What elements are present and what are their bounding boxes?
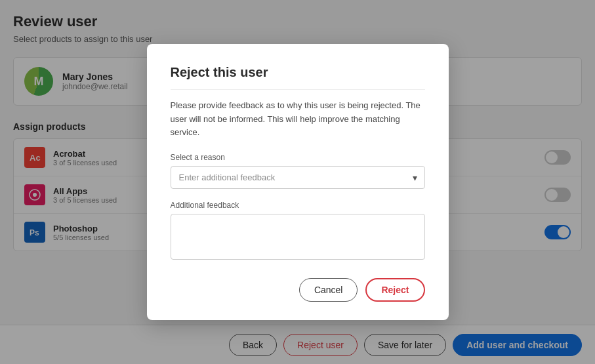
modal-title: Reject this user xyxy=(171,65,425,90)
feedback-label: Additional feedback xyxy=(171,201,425,210)
cancel-button[interactable]: Cancel xyxy=(299,278,358,302)
reject-button[interactable]: Reject xyxy=(365,278,424,302)
select-reason-label: Select a reason xyxy=(171,153,425,162)
reject-modal: Reject this user Please provide feedback… xyxy=(147,44,449,320)
modal-description: Please provide feedback as to why this u… xyxy=(171,99,425,140)
select-reason-dropdown[interactable]: Enter additional feedback xyxy=(171,166,425,189)
select-reason-wrapper: Enter additional feedback ▾ xyxy=(171,166,425,189)
feedback-textarea[interactable] xyxy=(171,214,425,260)
modal-actions: Cancel Reject xyxy=(171,278,425,302)
modal-overlay: Reject this user Please provide feedback… xyxy=(0,0,595,364)
